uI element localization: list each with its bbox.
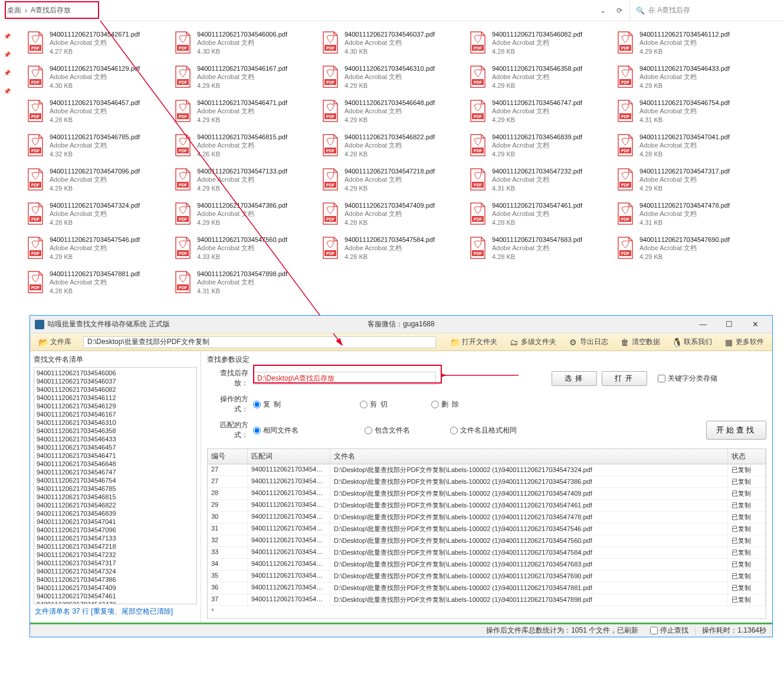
list-item[interactable]: 9400111206217034546785 bbox=[35, 484, 195, 493]
list-item[interactable]: 9400111206217034547324 bbox=[35, 567, 195, 575]
list-item[interactable]: 9400111206217034546815 bbox=[35, 493, 195, 501]
file-item[interactable]: PDF 9400111206217034546785.pdf Adobe Acr… bbox=[24, 131, 171, 162]
file-item[interactable]: PDF 9400111206217034547133.pdf Adobe Acr… bbox=[171, 165, 319, 196]
file-item[interactable]: PDF 9400111206217034547546.pdf Adobe Acr… bbox=[24, 234, 171, 264]
stop-search-checkbox[interactable]: 停止查找 bbox=[650, 625, 688, 636]
col-path-header[interactable]: 文件名 bbox=[330, 449, 728, 464]
list-item[interactable]: 9400111206217034546006 bbox=[35, 369, 195, 377]
file-item[interactable]: PDF 9400111206217034546037.pdf Adobe Acr… bbox=[319, 28, 466, 59]
list-item[interactable]: 9400111206217034547096 bbox=[35, 526, 195, 534]
multi-folder-button[interactable]: 🗂多级文件夹 bbox=[504, 336, 561, 348]
list-item[interactable]: 9400111206217034547478 bbox=[35, 600, 195, 604]
file-item[interactable]: PDF 9400111206217034547218.pdf Adobe Acr… bbox=[319, 165, 466, 196]
list-item[interactable]: 9400111206217034547218 bbox=[35, 542, 195, 551]
col-num-header[interactable]: 编号 bbox=[208, 449, 248, 464]
list-item[interactable]: 9400111206217034546167 bbox=[35, 410, 195, 418]
list-item[interactable]: 9400111206217034547317 bbox=[35, 559, 195, 567]
list-item[interactable]: 9400111206217034547409 bbox=[35, 584, 195, 592]
refresh-icon[interactable]: ⟳ bbox=[616, 6, 622, 15]
pin-icon[interactable]: 📌 bbox=[4, 88, 11, 94]
file-item[interactable]: PDF 9400111206217034546129.pdf Adobe Acr… bbox=[24, 63, 171, 93]
match-format-radio[interactable]: 文件名且格式相同 bbox=[450, 425, 517, 435]
file-item[interactable]: PDF 9400111206217034546747.pdf Adobe Acr… bbox=[466, 97, 614, 127]
file-item[interactable]: PDF 9400111206217034547690.pdf Adobe Acr… bbox=[614, 234, 761, 264]
more-software-button[interactable]: ▦更多软件 bbox=[719, 336, 769, 348]
file-grid[interactable]: PDF 9400111206217034542671.pdf Adobe Acr… bbox=[0, 21, 784, 313]
table-row[interactable]: 36 9400111206217034547881 D:\Desktop\批量查… bbox=[208, 582, 766, 594]
open-folder-button[interactable]: 📁打开文件夹 bbox=[445, 336, 502, 348]
file-item[interactable]: PDF 9400111206217034547560.pdf Adobe Acr… bbox=[171, 234, 319, 264]
list-item[interactable]: 9400111206217034547133 bbox=[35, 534, 195, 542]
file-item[interactable]: PDF 9400111206217034547683.pdf Adobe Acr… bbox=[466, 234, 614, 264]
file-item[interactable]: PDF 9400111206217034547317.pdf Adobe Acr… bbox=[614, 165, 761, 196]
list-item[interactable]: 9400111206217034546754 bbox=[35, 476, 195, 484]
table-row[interactable]: 27 9400111206217034547324 D:\Desktop\批量查… bbox=[208, 464, 766, 476]
list-item[interactable]: 9400111206217034546457 bbox=[35, 443, 195, 451]
pin-icon[interactable]: 📌 bbox=[4, 70, 11, 76]
list-item[interactable]: 9400111206217034546471 bbox=[35, 451, 195, 460]
open-button[interactable]: 打开 bbox=[602, 371, 647, 386]
mode-cut-radio[interactable]: 剪切 bbox=[360, 399, 391, 410]
file-item[interactable]: PDF 9400111206217034546822.pdf Adobe Acr… bbox=[319, 131, 466, 162]
dest-input[interactable] bbox=[253, 372, 436, 385]
keyword-checkbox[interactable]: 关键字分类存储 bbox=[658, 374, 717, 384]
file-item[interactable]: PDF 9400111206217034546648.pdf Adobe Acr… bbox=[319, 97, 466, 127]
list-item[interactable]: 9400111206217034546433 bbox=[35, 435, 195, 443]
list-item[interactable]: 9400111206217034546082 bbox=[35, 385, 195, 394]
pin-icon[interactable]: 📌 bbox=[4, 51, 11, 58]
file-item[interactable]: PDF 9400111206217034547386.pdf Adobe Acr… bbox=[171, 199, 319, 230]
file-item[interactable]: PDF 9400111206217034547461.pdf Adobe Acr… bbox=[466, 199, 614, 230]
contact-button[interactable]: 🐧联系我们 bbox=[667, 336, 717, 348]
list-summary[interactable]: 文件清单名 37 行 [重复项、尾部空格已清除] bbox=[34, 604, 197, 619]
file-item[interactable]: PDF 9400111206217034546112.pdf Adobe Acr… bbox=[614, 28, 761, 59]
breadcrumb[interactable]: 桌面 › A查找后存放 bbox=[7, 5, 600, 15]
match-same-radio[interactable]: 相同文件名 bbox=[253, 425, 298, 435]
file-item[interactable]: PDF 9400111206217034546457.pdf Adobe Acr… bbox=[24, 97, 171, 127]
list-item[interactable]: 9400111206217034546648 bbox=[35, 460, 195, 468]
file-item[interactable]: PDF 9400111206217034547898.pdf Adobe Acr… bbox=[171, 268, 319, 299]
file-item[interactable]: PDF 9400111206217034547881.pdf Adobe Acr… bbox=[24, 268, 171, 299]
file-item[interactable]: PDF 9400111206217034546167.pdf Adobe Acr… bbox=[171, 63, 319, 93]
file-item[interactable]: PDF 9400111206217034547232.pdf Adobe Acr… bbox=[466, 165, 614, 196]
col-status-header[interactable]: 状态 bbox=[728, 449, 766, 464]
match-contain-radio[interactable]: 包含文件名 bbox=[365, 425, 410, 435]
list-item[interactable]: 9400111206217034546310 bbox=[35, 418, 195, 427]
start-search-button[interactable]: 开始查找 bbox=[706, 421, 766, 440]
mode-del-radio[interactable]: 删除 bbox=[431, 399, 462, 410]
search-box[interactable]: 🔍 在 A查找后存 bbox=[629, 0, 777, 21]
list-item[interactable]: 9400111206217034546839 bbox=[35, 509, 195, 518]
table-row[interactable]: 29 9400111206217034547461 D:\Desktop\批量查… bbox=[208, 500, 766, 512]
col-match-header[interactable]: 匹配词 bbox=[248, 449, 330, 464]
file-item[interactable]: PDF 9400111206217034547409.pdf Adobe Acr… bbox=[319, 199, 466, 230]
file-item[interactable]: PDF 9400111206217034547041.pdf Adobe Acr… bbox=[614, 131, 761, 162]
path-input[interactable] bbox=[83, 336, 436, 348]
list-item[interactable]: 9400111206217034547461 bbox=[35, 592, 195, 600]
file-item[interactable]: PDF 9400111206217034546358.pdf Adobe Acr… bbox=[466, 63, 614, 93]
file-item[interactable]: PDF 9400111206217034546471.pdf Adobe Acr… bbox=[171, 97, 319, 127]
select-button[interactable]: 选择 bbox=[552, 371, 597, 386]
breadcrumb-part[interactable]: A查找后存放 bbox=[31, 5, 71, 15]
table-row[interactable]: 35 9400111206217034547690 D:\Desktop\批量查… bbox=[208, 571, 766, 582]
filename-list[interactable]: 9400111206217034546006940011120621703454… bbox=[34, 367, 197, 604]
file-item[interactable]: PDF 9400111206217034547324.pdf Adobe Acr… bbox=[24, 199, 171, 230]
file-item[interactable]: PDF 9400111206217034542671.pdf Adobe Acr… bbox=[24, 28, 171, 59]
list-item[interactable]: 9400111206217034547041 bbox=[35, 518, 195, 526]
file-item[interactable]: PDF 9400111206217034547584.pdf Adobe Acr… bbox=[319, 234, 466, 264]
file-item[interactable]: PDF 9400111206217034546815.pdf Adobe Acr… bbox=[171, 131, 319, 162]
close-button[interactable]: ✕ bbox=[743, 318, 767, 331]
table-row[interactable]: 32 9400111206217034547560 D:\Desktop\批量查… bbox=[208, 535, 766, 547]
file-item[interactable]: PDF 9400111206217034546839.pdf Adobe Acr… bbox=[466, 131, 614, 162]
file-lib-button[interactable]: 📂文件库 bbox=[34, 336, 76, 348]
file-item[interactable]: PDF 9400111206217034546082.pdf Adobe Acr… bbox=[466, 28, 614, 59]
table-row[interactable]: 28 9400111206217034547409 D:\Desktop\批量查… bbox=[208, 488, 766, 500]
table-row[interactable]: 37 9400111206217034547898 D:\Desktop\批量查… bbox=[208, 594, 766, 606]
minimize-button[interactable]: — bbox=[691, 318, 716, 331]
maximize-button[interactable]: ☐ bbox=[717, 318, 742, 331]
list-item[interactable]: 9400111206217034546112 bbox=[35, 394, 195, 402]
file-item[interactable]: PDF 9400111206217034547096.pdf Adobe Acr… bbox=[24, 165, 171, 196]
pin-icon[interactable]: 📌 bbox=[4, 33, 11, 40]
file-item[interactable]: PDF 9400111206217034547478.pdf Adobe Acr… bbox=[614, 199, 761, 230]
table-row[interactable]: 34 9400111206217034547683 D:\Desktop\批量查… bbox=[208, 559, 766, 571]
breadcrumb-part[interactable]: 桌面 bbox=[7, 5, 21, 15]
titlebar[interactable]: 咕嘎批量查找文件移动存储系统 正式版 客服微信：guga1688 — ☐ ✕ bbox=[30, 316, 772, 333]
